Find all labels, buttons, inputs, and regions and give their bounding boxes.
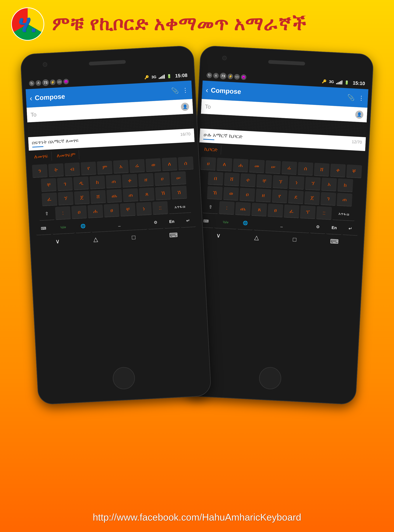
- nav-back-right[interactable]: ∨: [216, 232, 221, 239]
- key-T[interactable]: ጠ: [123, 188, 139, 202]
- key-ta-r[interactable]: ተ: [240, 173, 256, 187]
- key-k[interactable]: ከ: [89, 176, 105, 189]
- key-ha-r[interactable]: ሀ: [200, 157, 216, 170]
- key-w[interactable]: ወ: [145, 158, 161, 172]
- key-la-r[interactable]: ለ: [217, 158, 232, 171]
- key-ch[interactable]: ቸ: [41, 178, 57, 192]
- key-tsh[interactable]: ጨ: [106, 189, 122, 203]
- nav-recent-right[interactable]: □: [293, 236, 296, 243]
- key-ethiopic-full[interactable]: ::: [152, 201, 168, 215]
- key-gn[interactable]: ኘ: [58, 192, 74, 205]
- key-gna-r[interactable]: ኘ: [273, 175, 289, 189]
- key-sa-r[interactable]: ሰ: [298, 162, 313, 176]
- key-globe-left[interactable]: 🌐: [75, 220, 91, 233]
- key-kh[interactable]: ኸ: [155, 186, 171, 200]
- key-kha-r[interactable]: ኸ: [207, 186, 223, 200]
- key-hha-r[interactable]: ሐ: [233, 159, 249, 172]
- key-g[interactable]: ገ: [57, 177, 73, 191]
- key-delete-left[interactable]: አጥፋ⌫: [169, 200, 191, 214]
- key-ba-r[interactable]: በ: [208, 172, 223, 185]
- key-en-right[interactable]: En: [326, 221, 342, 235]
- key-da-r[interactable]: ደ: [288, 190, 304, 204]
- suggestion-1-left[interactable]: ለመፃፍ: [31, 151, 52, 162]
- key-sha2-r[interactable]: ሸ: [224, 173, 240, 186]
- key-space-right[interactable]: _: [254, 218, 310, 233]
- key-settings-right[interactable]: ⚙: [310, 220, 326, 234]
- key-tsaa-r[interactable]: ፀ: [267, 204, 283, 217]
- key-enter-left[interactable]: ↵: [180, 214, 196, 228]
- key-sha-r[interactable]: ሸ: [314, 163, 330, 176]
- key-za-r[interactable]: ዘ: [256, 189, 271, 202]
- key-halfyu-right[interactable]: ½/ሀ: [214, 215, 237, 229]
- key-na[interactable]: ነ: [136, 202, 152, 216]
- key-l[interactable]: ለ: [162, 157, 177, 171]
- key-n[interactable]: ን: [32, 164, 48, 178]
- suggestion-2-left[interactable]: ለመፃፍም: [53, 150, 79, 160]
- key-sh[interactable]: ሸ: [90, 190, 106, 204]
- attachment-icon-left[interactable]: 📎: [171, 87, 179, 94]
- key-tsa[interactable]: ፀ: [104, 204, 119, 217]
- key-s[interactable]: ሰ: [178, 156, 194, 170]
- key-halfyu-left[interactable]: ½/ሀ: [52, 220, 74, 234]
- key-t[interactable]: ት: [48, 163, 64, 177]
- nav-home-left[interactable]: △: [93, 236, 98, 243]
- contact-avatar-left[interactable]: 👤: [181, 102, 189, 111]
- key-pa-r[interactable]: ፐ: [300, 205, 316, 219]
- key-tt[interactable]: ጠ: [106, 175, 122, 188]
- key-ss[interactable]: ሠ: [171, 171, 186, 185]
- key-colon-r[interactable]: :: [219, 201, 235, 215]
- key-d[interactable]: ዲ: [73, 176, 89, 190]
- key-m[interactable]: ም: [97, 161, 113, 174]
- contact-avatar-right[interactable]: 👤: [355, 110, 363, 119]
- key-tta-r[interactable]: ጠ: [337, 193, 353, 207]
- key-tsha-r[interactable]: ጨ: [235, 202, 251, 216]
- key-ya-r[interactable]: የ: [272, 190, 288, 203]
- nav-back-left[interactable]: ∨: [55, 238, 60, 245]
- key-settings-left[interactable]: ⚙: [148, 216, 164, 229]
- key-shift-right[interactable]: ⇧: [203, 200, 218, 214]
- key-wa-r[interactable]: ወ: [223, 187, 239, 201]
- key-qa-r[interactable]: ቀ: [330, 164, 346, 177]
- nav-keyboard-right[interactable]: ⌨: [330, 238, 339, 245]
- attachment-icon-right[interactable]: 📎: [347, 94, 355, 101]
- key-qha-r[interactable]: ቐ: [346, 165, 362, 178]
- key-ts[interactable]: ጸ: [139, 187, 155, 201]
- key-space-left[interactable]: _: [91, 217, 147, 233]
- key-f[interactable]: ፈ: [41, 192, 57, 206]
- key-che[interactable]: ቸ: [120, 203, 136, 217]
- nav-keyboard-left[interactable]: ⌨: [169, 231, 178, 239]
- more-icon-right[interactable]: ⋮: [358, 94, 364, 102]
- key-keyboard-left[interactable]: ⌨: [36, 222, 52, 235]
- key-fa-r[interactable]: ፈ: [284, 204, 300, 218]
- home-button-right[interactable]: [259, 367, 282, 390]
- key-aa[interactable]: አ: [113, 160, 129, 173]
- key-ain[interactable]: ዐ: [71, 205, 87, 219]
- key-ka-r[interactable]: ከ: [337, 178, 353, 192]
- key-colon[interactable]: :: [55, 206, 71, 220]
- key-shift-left[interactable]: ⇧: [39, 207, 55, 221]
- nav-home-right[interactable]: △: [254, 234, 259, 241]
- key-b[interactable]: ብ: [64, 162, 80, 176]
- key-globe-right[interactable]: 🌐: [238, 217, 254, 230]
- suggestion-1-right[interactable]: ኪቦርድ: [201, 144, 221, 155]
- key-j[interactable]: ጀ: [74, 191, 90, 204]
- key-h[interactable]: ሀ: [154, 172, 170, 186]
- key-enter-right[interactable]: ↵: [342, 222, 358, 236]
- key-ssa-r[interactable]: ሠ: [265, 160, 281, 174]
- key-y[interactable]: የ: [81, 162, 96, 175]
- key-a-r[interactable]: አ: [321, 177, 337, 191]
- key-ga-r[interactable]: ገ: [320, 192, 336, 206]
- key-aa-r[interactable]: ዐ: [239, 188, 255, 201]
- key-ethiopic-full-r[interactable]: ::: [316, 206, 332, 220]
- key-na-r[interactable]: ነ: [289, 176, 305, 190]
- back-button-right[interactable]: ‹: [206, 86, 209, 94]
- key-re[interactable]: ሬ: [129, 159, 145, 173]
- back-button-left[interactable]: ‹: [30, 94, 32, 102]
- nav-recent-left[interactable]: □: [132, 234, 135, 241]
- home-button-left[interactable]: [112, 367, 135, 390]
- key-en-left[interactable]: En: [164, 215, 180, 229]
- key-q[interactable]: ቀ: [122, 174, 138, 187]
- more-icon-left[interactable]: ⋮: [182, 86, 188, 94]
- key-tsa-r[interactable]: ጸ: [251, 203, 267, 217]
- key-re-r[interactable]: ሬ: [281, 161, 297, 175]
